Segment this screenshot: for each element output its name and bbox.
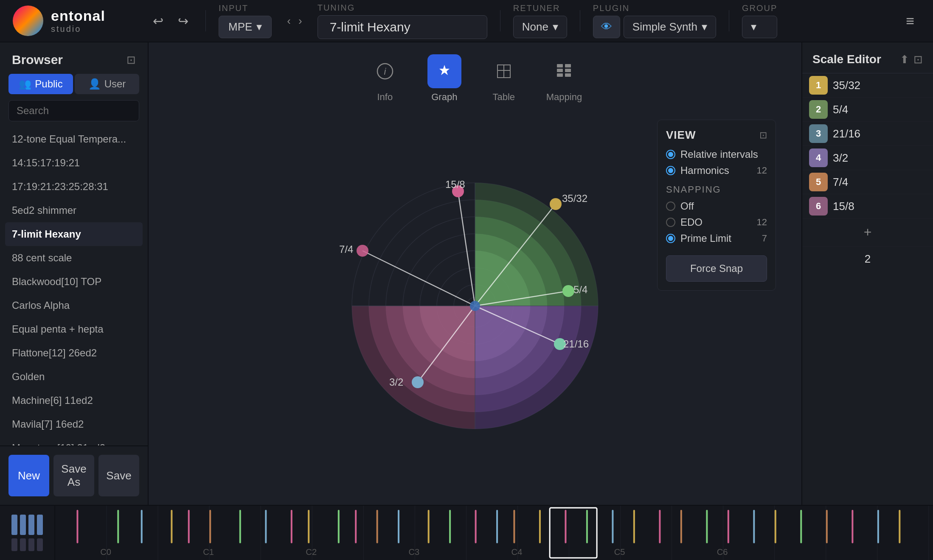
list-item[interactable]: 88 cent scale xyxy=(5,246,143,270)
scale-editor: Scale Editor ⬆ ⊡ 135/3225/4321/1643/257/… xyxy=(801,42,933,505)
tab-table[interactable]: Table xyxy=(487,54,521,103)
svg-rect-70 xyxy=(291,510,292,543)
view-panel-header: VIEW ⊡ xyxy=(666,129,767,142)
view-tabs: iInfoGraphTableMapping xyxy=(368,42,582,107)
keyboard-scroll[interactable]: // Will be rendered via JS xyxy=(55,506,933,560)
svg-rect-82 xyxy=(565,510,566,543)
graph-area: 15/8 35/32 7/4 5/4 21/16 3/2 VIEW ⊡ Rela… xyxy=(149,107,801,505)
retuner-dropdown[interactable]: None ▾ xyxy=(513,16,567,38)
note-value: 5/4 xyxy=(833,103,926,116)
svg-rect-5 xyxy=(557,64,563,67)
new-button[interactable]: New xyxy=(8,455,49,496)
svg-point-35 xyxy=(562,285,574,297)
svg-text:C5: C5 xyxy=(614,547,625,557)
view-panel-title: VIEW xyxy=(666,129,696,142)
input-group: INPUT MPE ▾ xyxy=(219,3,272,38)
next-tuning-button[interactable]: › xyxy=(296,12,305,30)
svg-point-34 xyxy=(357,245,368,257)
redo-button[interactable]: ↪ xyxy=(174,11,193,31)
logo-text: entonal studio xyxy=(51,8,105,33)
tab-info-icon: i xyxy=(368,54,402,88)
scale-note-row[interactable]: 615/8 xyxy=(802,194,933,218)
brand-name: entonal xyxy=(51,8,105,24)
group-dropdown[interactable]: ▾ xyxy=(742,16,777,38)
svg-rect-95 xyxy=(877,510,879,543)
list-item[interactable]: Carlos Alpha xyxy=(5,294,143,317)
undo-redo-group: ↩ ↪ xyxy=(149,11,193,31)
group-group: GROUP ▾ xyxy=(742,3,777,38)
scale-editor-collapse-button[interactable]: ⊡ xyxy=(913,53,923,66)
list-item[interactable]: Machine[6] 11ed2 xyxy=(5,389,143,412)
scale-note-row[interactable]: 321/16 xyxy=(802,122,933,146)
add-note-button[interactable]: + xyxy=(864,224,872,240)
list-item[interactable]: 5ed2 shimmer xyxy=(5,199,143,222)
sidebar-title: Browser xyxy=(12,53,63,67)
list-item[interactable]: 12-tone Equal Tempera... xyxy=(5,127,143,151)
svg-text:C4: C4 xyxy=(511,547,523,557)
scale-note-row[interactable]: 43/2 xyxy=(802,146,933,170)
list-item[interactable]: Blackwood[10] TOP xyxy=(5,270,143,294)
tab-table-icon xyxy=(487,54,521,88)
svg-rect-85 xyxy=(633,510,635,543)
svg-rect-66 xyxy=(188,510,190,543)
relative-intervals-radio[interactable]: Relative intervals xyxy=(666,148,767,160)
view-panel-icon-button[interactable]: ⊡ xyxy=(759,130,767,141)
svg-text:C2: C2 xyxy=(306,547,317,557)
svg-rect-89 xyxy=(728,510,729,543)
search-input[interactable] xyxy=(8,100,139,121)
save-as-button[interactable]: Save As xyxy=(53,455,94,496)
prime-limit-radio[interactable]: Prime Limit 7 xyxy=(666,232,767,244)
input-mode-button[interactable]: MPE ▾ xyxy=(219,16,272,38)
save-button[interactable]: Save xyxy=(98,455,139,496)
menu-button[interactable]: ≡ xyxy=(900,9,920,33)
list-item[interactable]: 7-limit Hexany xyxy=(5,222,143,246)
svg-rect-7 xyxy=(557,73,563,77)
list-item[interactable]: Equal penta + hepta xyxy=(5,317,143,341)
list-item[interactable]: Meantone[19] 31ed2 xyxy=(5,436,143,445)
svg-rect-71 xyxy=(308,510,309,543)
harmonics-radio[interactable]: Harmonics 12 xyxy=(666,165,767,176)
tab-mapping-label: Mapping xyxy=(546,92,582,103)
tab-graph-icon xyxy=(427,54,461,88)
note-number: 5 xyxy=(809,173,828,191)
list-item[interactable]: Golden xyxy=(5,365,143,389)
svg-rect-88 xyxy=(706,510,708,543)
tab-public[interactable]: 👥 Public xyxy=(8,74,73,94)
list-item[interactable]: 17:19:21:23:25:28:31 xyxy=(5,175,143,199)
svg-rect-77 xyxy=(449,510,451,543)
prev-tuning-button[interactable]: ‹ xyxy=(284,12,293,30)
plugin-dropdown[interactable]: Simple Synth ▾ xyxy=(624,16,716,38)
off-radio[interactable]: Off xyxy=(666,200,767,212)
plugin-group: PLUGIN 👁 Simple Synth ▾ xyxy=(593,3,716,38)
tab-user[interactable]: 👤 User xyxy=(75,74,139,94)
scale-notes-list: 135/3225/4321/1643/257/4615/8 xyxy=(802,73,933,218)
list-item[interactable]: 14:15:17:19:21 xyxy=(5,151,143,175)
tab-mapping[interactable]: Mapping xyxy=(546,54,582,103)
svg-rect-64 xyxy=(141,510,143,543)
scale-editor-export-button[interactable]: ⬆ xyxy=(900,53,909,66)
tab-graph[interactable]: Graph xyxy=(427,54,461,103)
visibility-toggle[interactable]: 👁 xyxy=(593,16,620,38)
scale-note-row[interactable]: 135/32 xyxy=(802,73,933,98)
edo-radio-circle xyxy=(666,218,675,227)
sidebar-collapse-button[interactable]: ⊡ xyxy=(126,53,136,67)
plugin-label: PLUGIN xyxy=(593,3,716,13)
scale-note-row[interactable]: 25/4 xyxy=(802,98,933,122)
svg-rect-73 xyxy=(355,510,357,543)
force-snap-button[interactable]: Force Snap xyxy=(666,255,767,282)
tab-mapping-icon xyxy=(547,54,581,88)
sidebar: Browser ⊡ 👥 Public 👤 User 12-tone Equal … xyxy=(0,42,149,505)
edo-radio[interactable]: EDO 12 xyxy=(666,216,767,228)
svg-rect-6 xyxy=(557,69,563,72)
undo-button[interactable]: ↩ xyxy=(149,11,168,31)
tab-info[interactable]: iInfo xyxy=(368,54,402,103)
edo-label: EDO xyxy=(680,216,703,228)
svg-point-33 xyxy=(550,198,562,210)
svg-rect-67 xyxy=(209,510,211,543)
svg-rect-94 xyxy=(852,510,853,543)
divider-2 xyxy=(500,10,500,31)
list-item[interactable]: Mavila[7] 16ed2 xyxy=(5,412,143,436)
scale-editor-title: Scale Editor xyxy=(812,53,881,66)
list-item[interactable]: Flattone[12] 26ed2 xyxy=(5,341,143,365)
scale-note-row[interactable]: 57/4 xyxy=(802,170,933,194)
